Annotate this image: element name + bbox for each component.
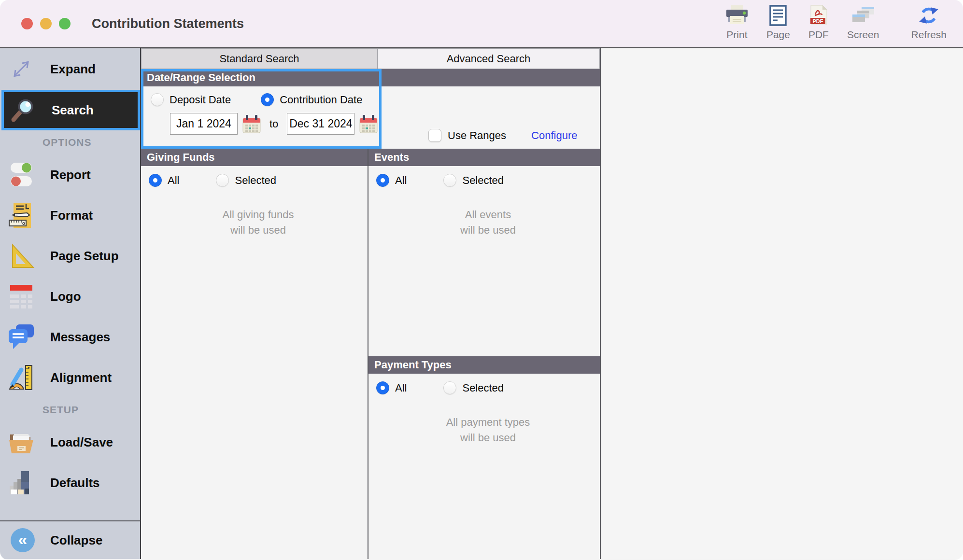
sidebar-item-expand[interactable]: Expand <box>0 48 140 90</box>
sidebar-spacer <box>0 503 140 520</box>
search-icon <box>9 97 36 124</box>
deposit-date-label: Deposit Date <box>170 94 231 106</box>
giving-funds-all-label: All <box>168 174 179 187</box>
screen-button[interactable]: Screen <box>847 4 879 41</box>
refresh-button[interactable]: Refresh <box>911 4 947 41</box>
calendar-icon <box>242 114 261 134</box>
sidebar-item-messages[interactable]: Messages <box>0 317 140 357</box>
refresh-label: Refresh <box>911 29 947 41</box>
giving-funds-header: Giving Funds <box>141 149 368 166</box>
titlebar: Contribution Statements Print <box>0 0 963 48</box>
page-button[interactable]: Page <box>766 4 790 41</box>
sidebar-item-label: Search <box>52 103 94 118</box>
pdf-file-icon: PDF <box>809 4 828 27</box>
sidebar-item-label: Messages <box>50 330 110 345</box>
sidebar-item-label: Alignment <box>50 370 112 385</box>
use-ranges-label: Use Ranges <box>448 129 506 142</box>
sidebar-item-load-save[interactable]: Load/Save <box>0 422 140 462</box>
search-panel: Standard Search Advanced Search Date/Ran… <box>141 48 601 559</box>
sidebar-item-search[interactable]: Search <box>1 90 140 130</box>
chat-bubbles-icon <box>8 323 35 350</box>
giving-funds-helper-text: All giving funds will be used <box>149 207 368 238</box>
sidebar-item-label: Load/Save <box>50 435 113 450</box>
expand-arrows-icon <box>8 56 35 83</box>
printer-icon <box>726 4 748 27</box>
pdf-label: PDF <box>808 29 829 41</box>
sidebar-item-alignment[interactable]: Alignment <box>0 357 140 398</box>
sidebar-item-logo[interactable]: Logo <box>0 276 140 317</box>
sidebar-item-label: Format <box>50 208 93 223</box>
calendar-icon <box>359 114 378 134</box>
to-label: to <box>269 118 278 130</box>
refresh-icon <box>918 4 940 27</box>
traffic-lights <box>0 18 71 29</box>
window-title: Contribution Statements <box>92 16 244 31</box>
sidebar-item-format[interactable]: Format <box>0 195 140 236</box>
main-area: Standard Search Advanced Search Date/Ran… <box>141 48 963 559</box>
tab-strip: Standard Search Advanced Search <box>141 48 600 69</box>
toggles-icon <box>8 161 35 188</box>
svg-text:PDF: PDF <box>812 18 823 24</box>
giving-funds-section: Giving Funds All Selected All giving fun… <box>141 149 368 559</box>
tab-standard-search[interactable]: Standard Search <box>141 48 377 69</box>
sidebar: Expand Search OPTIONS <box>0 48 141 559</box>
sidebar-item-label: Logo <box>50 289 81 304</box>
print-label: Print <box>726 29 747 41</box>
events-section: Events All Selected All <box>368 149 600 356</box>
sidebar-section-setup: SETUP <box>0 398 140 422</box>
payment-types-selected-label: Selected <box>462 382 504 394</box>
collapse-chevron-icon: « <box>11 528 35 552</box>
events-header: Events <box>368 149 600 166</box>
minimize-window-button[interactable] <box>40 18 52 29</box>
sidebar-item-report[interactable]: Report <box>0 154 140 195</box>
contribution-date-label: Contribution Date <box>280 94 362 106</box>
to-date-input[interactable]: Dec 31 2024 <box>287 113 354 135</box>
events-all-label: All <box>395 174 407 187</box>
format-document-icon <box>8 202 35 229</box>
zoom-window-button[interactable] <box>59 18 71 29</box>
payment-types-section: Payment Types All Selected <box>368 356 600 559</box>
sidebar-item-page-setup[interactable]: Page Setup <box>0 236 140 276</box>
page-document-icon <box>769 4 787 27</box>
events-selected-radio[interactable] <box>443 174 456 187</box>
logo-placeholder-icon <box>8 283 35 310</box>
content-placeholder <box>601 48 963 559</box>
sidebar-item-label: Expand <box>50 62 96 77</box>
events-helper-text: All events will be used <box>376 207 600 238</box>
screen-label: Screen <box>847 29 879 41</box>
payment-types-selected-radio[interactable] <box>443 381 456 394</box>
configure-link[interactable]: Configure <box>531 129 577 142</box>
toolbar: Print Page <box>726 4 963 43</box>
page-label: Page <box>766 29 790 41</box>
deposit-date-radio[interactable] <box>151 93 164 106</box>
payment-types-all-radio[interactable] <box>376 381 389 394</box>
factory-icon <box>8 469 35 496</box>
to-date-calendar-button[interactable] <box>359 114 378 134</box>
giving-funds-selected-radio[interactable] <box>216 174 229 187</box>
folder-icon <box>8 429 35 456</box>
sidebar-item-label: Page Setup <box>50 249 119 264</box>
date-range-section: Date/Range Selection Deposit Date Contri… <box>141 69 600 149</box>
use-ranges-checkbox[interactable] <box>428 129 441 142</box>
events-all-radio[interactable] <box>376 174 389 187</box>
payment-types-helper-text: All payment types will be used <box>376 415 600 446</box>
payment-types-header: Payment Types <box>368 356 600 374</box>
from-date-calendar-button[interactable] <box>242 114 261 134</box>
sidebar-section-options: OPTIONS <box>0 130 140 154</box>
tab-advanced-search[interactable]: Advanced Search <box>377 48 600 69</box>
payment-types-all-label: All <box>395 382 407 394</box>
pdf-button[interactable]: PDF PDF <box>808 4 829 41</box>
set-square-icon <box>8 242 35 269</box>
close-window-button[interactable] <box>21 18 33 29</box>
sidebar-item-label: Collapse <box>50 533 102 548</box>
sidebar-item-defaults[interactable]: Defaults <box>0 462 140 503</box>
contribution-date-radio[interactable] <box>261 93 274 106</box>
screen-windows-icon <box>852 4 874 27</box>
print-button[interactable]: Print <box>726 4 748 41</box>
giving-funds-all-radio[interactable] <box>149 174 162 187</box>
date-range-header: Date/Range Selection <box>141 69 600 86</box>
from-date-input[interactable]: Jan 1 2024 <box>170 113 238 135</box>
drafting-tools-icon <box>8 364 35 391</box>
sidebar-item-collapse[interactable]: « Collapse <box>0 521 140 559</box>
events-selected-label: Selected <box>462 174 504 187</box>
